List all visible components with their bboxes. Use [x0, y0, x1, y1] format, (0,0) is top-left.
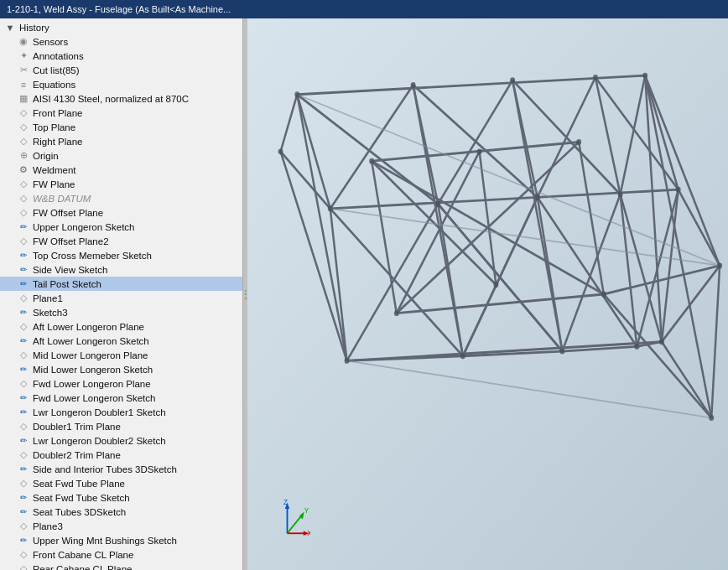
- tree-item-seat-tubes-3dsketch[interactable]: ✏Seat Tubes 3DSketch: [0, 505, 242, 519]
- tree-item-icon-top-cross-member-sketch: ✏: [17, 250, 30, 262]
- tree-item-icon-side-view-sketch: ✏: [17, 264, 30, 276]
- tree-item-top-cross-member-sketch[interactable]: ✏Top Cross Memeber Sketch: [0, 248, 242, 262]
- tree-item-fwd-lower-longeron-sketch[interactable]: ✏Fwd Lower Longeron Sketch: [0, 391, 242, 405]
- svg-point-71: [618, 191, 623, 197]
- tree-item-aft-lower-longeron-sketch[interactable]: ✏Aft Lower Longeron Sketch: [0, 334, 242, 348]
- tree-item-side-view-sketch[interactable]: ✏Side View Sketch: [0, 262, 242, 277]
- svg-point-79: [717, 263, 722, 269]
- tree-item-icon-material: ▦: [17, 93, 30, 105]
- svg-point-77: [593, 75, 598, 80]
- tree-item-lwr-longeron-doubler1-sketch[interactable]: ✏Lwr Longeron Doubler1 Sketch: [0, 405, 242, 419]
- tree-item-right-plane[interactable]: ◇Right Plane: [0, 134, 242, 148]
- tree-item-cutlist[interactable]: ✂Cut list(85): [0, 63, 242, 77]
- tree-item-mid-lower-longeron-sketch[interactable]: ✏Mid Lower Longeron Sketch: [0, 362, 242, 376]
- tree-item-icon-plane3: ◇: [17, 521, 30, 532]
- tree-item-label-seat-tubes-3dsketch: Seat Tubes 3DSketch: [33, 507, 126, 517]
- tree-item-icon-seat-fwd-tube-plane: ◇: [17, 478, 30, 490]
- tree-item-label-upper-longeron-sketch: Upper Longeron Sketch: [33, 222, 134, 232]
- svg-point-67: [345, 358, 350, 364]
- tree-item-seat-fwd-tube-sketch[interactable]: ✏Seat Fwd Tube Sketch: [0, 490, 242, 505]
- coordinate-triad: Z Y X: [264, 499, 310, 545]
- tree-item-label-aft-lower-longeron-plane: Aft Lower Longeron Plane: [33, 322, 144, 332]
- tree-item-icon-lwr-longeron-doubler2-sketch: ✏: [17, 435, 30, 447]
- tree-item-icon-front-cabane-cl-plane: ◇: [17, 549, 30, 561]
- tree-item-material[interactable]: ▦AISI 4130 Steel, normalized at 870C: [0, 91, 242, 106]
- tree-item-history[interactable]: ▼History: [0, 20, 242, 34]
- tree-item-icon-top-plane: ◇: [17, 122, 30, 133]
- tree-item-icon-annotations: ✦: [17, 50, 30, 62]
- tree-item-icon-weldment: ⚙: [17, 164, 30, 176]
- tree-item-label-plane1: Plane1: [33, 293, 63, 303]
- tree-item-lwr-longeron-doubler2-sketch[interactable]: ✏Lwr Longeron Doubler2 Sketch: [0, 433, 242, 448]
- tree-item-fw-plane[interactable]: ◇FW Plane: [0, 177, 242, 191]
- svg-point-70: [535, 194, 540, 200]
- tree-item-label-fw-offset-plane2: FW Offset Plane2: [33, 236, 109, 246]
- tree-item-icon-origin: ⊕: [17, 150, 30, 162]
- tree-item-label-equations: Equations: [33, 80, 75, 90]
- fuselage-wireframe: [247, 18, 728, 570]
- tree-item-label-doubler1-trim-plane: Doubler1 Trim Plane: [33, 422, 121, 432]
- tree-item-label-fwd-lower-longeron-sketch: Fwd Lower Longeron Sketch: [33, 393, 155, 403]
- tree-item-upper-longeron-sketch[interactable]: ✏Upper Longeron Sketch: [0, 220, 242, 234]
- tree-item-front-cabane-cl-plane[interactable]: ◇Front Cabane CL Plane: [0, 547, 242, 562]
- tree-item-fwd-lower-longeron-plane[interactable]: ◇Fwd Lower Longeron Plane: [0, 376, 242, 391]
- tree-item-tail-post-sketch[interactable]: ✏Tail Post Sketch: [0, 277, 242, 291]
- tree-item-icon-seat-fwd-tube-sketch: ✏: [17, 492, 30, 504]
- tree-item-upper-wing-mnt-bushings-sketch[interactable]: ✏Upper Wing Mnt Bushings Sketch: [0, 533, 242, 547]
- main-layout: ▼History◉Sensors✦Annotations✂Cut list(85…: [0, 18, 728, 570]
- svg-point-83: [394, 310, 399, 316]
- y-axis-label: Y: [304, 507, 309, 515]
- tree-item-icon-mid-lower-longeron-plane: ◇: [17, 350, 30, 361]
- tree-item-icon-tail-post-sketch: ✏: [17, 278, 30, 290]
- tree-item-fw-offset-plane[interactable]: ◇FW Offset Plane: [0, 205, 242, 220]
- tree-item-weldment[interactable]: ⚙Weldment: [0, 163, 242, 177]
- tree-item-equations[interactable]: ≡Equations: [0, 77, 242, 91]
- tree-item-icon-upper-longeron-sketch: ✏: [17, 221, 30, 233]
- tree-item-aft-lower-longeron-plane[interactable]: ◇Aft Lower Longeron Plane: [0, 319, 242, 334]
- tree-item-icon-fwd-lower-longeron-plane: ◇: [17, 378, 30, 390]
- svg-point-75: [411, 82, 416, 88]
- tree-item-icon-rear-cabane-cl-plane: ◇: [17, 563, 30, 571]
- svg-point-68: [659, 339, 664, 345]
- tree-item-label-aft-lower-longeron-sketch: Aft Lower Longeron Sketch: [33, 336, 149, 346]
- tree-item-label-history: History: [19, 23, 49, 33]
- tree-item-doubler1-trim-plane[interactable]: ◇Doubler1 Trim Plane: [0, 419, 242, 433]
- tree-item-sketch3[interactable]: ✏Sketch3: [0, 305, 242, 319]
- tree-item-fw-offset-plane2[interactable]: ◇FW Offset Plane2: [0, 234, 242, 248]
- tree-item-label-seat-fwd-tube-plane: Seat Fwd Tube Plane: [33, 479, 125, 489]
- tree-item-front-plane[interactable]: ◇Front Plane: [0, 106, 242, 120]
- tree-item-plane1[interactable]: ◇Plane1: [0, 291, 242, 305]
- tree-item-icon-side-interior-tubes-3dsketch: ✏: [17, 464, 30, 475]
- tree-item-sensors[interactable]: ◉Sensors: [0, 34, 242, 49]
- svg-point-80: [709, 415, 714, 421]
- tree-item-plane3[interactable]: ◇Plane3: [0, 519, 242, 533]
- tree-item-icon-aft-lower-longeron-plane: ◇: [17, 321, 30, 333]
- tree-item-label-lwr-longeron-doubler1-sketch: Lwr Longeron Doubler1 Sketch: [33, 407, 166, 417]
- svg-point-66: [676, 187, 681, 193]
- x-axis-label: X: [307, 530, 310, 537]
- svg-point-69: [435, 201, 440, 207]
- svg-point-81: [369, 158, 374, 164]
- tree-item-icon-fw-offset-plane: ◇: [17, 207, 30, 219]
- z-axis-label: Z: [283, 499, 288, 506]
- tree-item-label-front-cabane-cl-plane: Front Cabane CL Plane: [33, 550, 133, 560]
- tree-item-icon-cutlist: ✂: [17, 65, 30, 76]
- tree-item-top-plane[interactable]: ◇Top Plane: [0, 120, 242, 134]
- tree-item-icon-lwr-longeron-doubler1-sketch: ✏: [17, 407, 30, 418]
- tree-item-rear-cabane-cl-plane[interactable]: ◇Rear Cabane CL Plane: [0, 562, 242, 570]
- tree-item-seat-fwd-tube-plane[interactable]: ◇Seat Fwd Tube Plane: [0, 476, 242, 490]
- tree-item-annotations[interactable]: ✦Annotations: [0, 49, 242, 63]
- tree-item-origin[interactable]: ⊕Origin: [0, 148, 242, 163]
- tree-item-label-sensors: Sensors: [33, 37, 68, 47]
- tree-item-icon-upper-wing-mnt-bushings-sketch: ✏: [17, 535, 30, 547]
- tree-item-icon-fw-plane: ◇: [17, 179, 30, 190]
- tree-item-icon-aft-lower-longeron-sketch: ✏: [17, 335, 30, 347]
- 3d-viewport[interactable]: *: [247, 18, 728, 570]
- tree-item-label-fw-offset-plane: FW Offset Plane: [33, 208, 103, 218]
- feature-tree[interactable]: ▼History◉Sensors✦Annotations✂Cut list(85…: [0, 18, 242, 570]
- tree-item-icon-fw-offset-plane2: ◇: [17, 236, 30, 247]
- tree-item-side-interior-tubes-3dsketch[interactable]: ✏Side and Interior Tubes 3DSketch: [0, 462, 242, 476]
- tree-item-mid-lower-longeron-plane[interactable]: ◇Mid Lower Longeron Plane: [0, 348, 242, 362]
- tree-item-doubler2-trim-plane[interactable]: ◇Doubler2 Trim Plane: [0, 448, 242, 462]
- tree-item-wb-datum[interactable]: ◇W&B DATUM: [0, 191, 242, 205]
